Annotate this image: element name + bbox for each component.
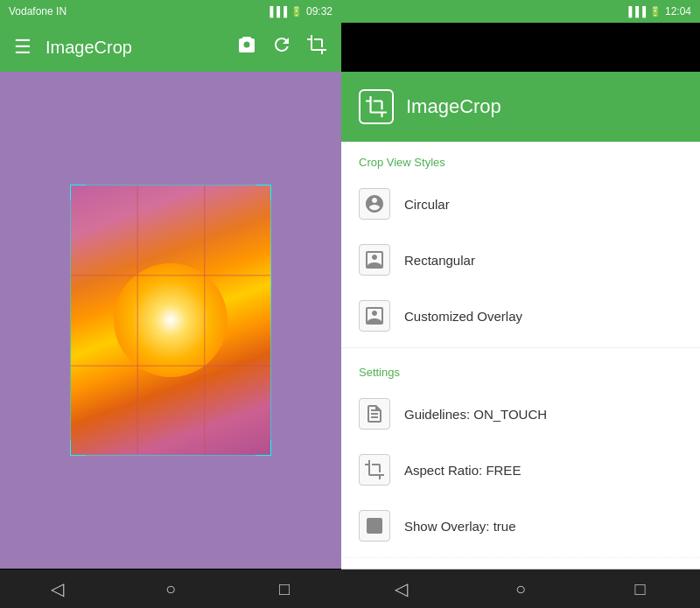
battery-icon: 🔋 xyxy=(290,6,303,17)
bottom-nav-right: ◁ ○ □ xyxy=(341,570,700,608)
aspect-ratio-label: Aspect Ratio: FREE xyxy=(404,463,521,478)
left-app-title: ImageCrop xyxy=(46,38,222,58)
circular-icon xyxy=(359,188,390,220)
carrier-text: Vodafone IN xyxy=(9,5,66,17)
left-panel xyxy=(0,72,341,569)
right-status-bar: ▐▐▐ 🔋 12:04 xyxy=(341,0,700,23)
crop-view-section-header: Crop View Styles xyxy=(341,142,700,176)
right-status-icons: ▐▐▐ 🔋 12:04 xyxy=(626,5,691,17)
show-overlay-label: Show Overlay: true xyxy=(404,519,516,534)
left-time: 09:32 xyxy=(306,5,332,17)
menu-item-customized-overlay[interactable]: Customized Overlay xyxy=(341,288,700,344)
back-button-right[interactable]: ◁ xyxy=(374,570,427,608)
drawer-header: ImageCrop xyxy=(341,72,700,142)
show-overlay-icon xyxy=(359,510,390,542)
reload-button[interactable] xyxy=(271,34,292,60)
menu-item-aspect-ratio[interactable]: Aspect Ratio: FREE xyxy=(341,442,700,498)
corner-handle-tl[interactable] xyxy=(70,185,86,200)
right-time: 12:04 xyxy=(665,5,691,17)
back-button-left[interactable]: ◁ xyxy=(31,570,83,608)
corner-handle-br[interactable] xyxy=(256,440,271,456)
rectangular-icon xyxy=(359,244,390,276)
corner-handle-bl[interactable] xyxy=(70,440,86,456)
guidelines-label: Guidelines: ON_TOUCH xyxy=(404,407,547,422)
section-divider-2 xyxy=(341,557,700,558)
corner-handle-tr[interactable] xyxy=(256,185,271,200)
left-status-bar: Vodafone IN ▐▐▐ 🔋 09:32 xyxy=(0,0,341,23)
camera-button[interactable] xyxy=(236,34,257,60)
crop-button[interactable] xyxy=(306,34,327,60)
left-app-bar: ☰ ImageCrop xyxy=(0,23,341,72)
right-signal-icon: ▐▐▐ xyxy=(626,6,646,17)
menu-item-circular[interactable]: Circular xyxy=(341,176,700,232)
menu-item-guidelines[interactable]: Guidelines: ON_TOUCH xyxy=(341,386,700,442)
settings-section-header: Settings xyxy=(341,352,700,386)
rectangular-label: Rectangular xyxy=(404,253,475,268)
left-status-icons: ▐▐▐ 🔋 09:32 xyxy=(267,5,332,17)
crop-image xyxy=(70,185,271,456)
recents-button-left[interactable]: □ xyxy=(258,570,311,608)
crop-wrapper xyxy=(60,174,282,466)
drawer-header-title: ImageCrop xyxy=(406,95,501,118)
section-divider-1 xyxy=(341,347,700,348)
home-button-right[interactable]: ○ xyxy=(494,570,547,608)
customized-overlay-label: Customized Overlay xyxy=(404,309,522,324)
menu-item-show-overlay[interactable]: Show Overlay: true xyxy=(341,498,700,554)
crop-border xyxy=(70,185,271,456)
aspect-ratio-icon xyxy=(359,454,390,486)
drawer-header-icon xyxy=(359,89,394,124)
menu-item-rectangular[interactable]: Rectangular xyxy=(341,232,700,288)
bottom-nav-left: ◁ ○ □ xyxy=(0,570,341,608)
main-area: ImageCrop Crop View Styles Circular xyxy=(0,72,700,569)
crop-image-container[interactable] xyxy=(70,185,271,456)
home-button-left[interactable]: ○ xyxy=(144,570,197,608)
right-battery-icon: 🔋 xyxy=(649,6,662,17)
guidelines-icon xyxy=(359,398,390,430)
bottom-nav: ◁ ○ □ ◁ ○ □ xyxy=(0,570,700,608)
signal-icon: ▐▐▐ xyxy=(267,6,287,17)
svg-rect-0 xyxy=(367,518,382,534)
drawer-body: Crop View Styles Circular Rectangular xyxy=(341,142,700,569)
communication-section-header: Communication xyxy=(341,562,700,569)
customized-overlay-icon xyxy=(359,300,390,332)
right-drawer: ImageCrop Crop View Styles Circular xyxy=(341,72,700,569)
circular-label: Circular xyxy=(404,197,450,212)
menu-button[interactable]: ☰ xyxy=(14,36,32,59)
recents-button-right[interactable]: □ xyxy=(614,570,667,608)
